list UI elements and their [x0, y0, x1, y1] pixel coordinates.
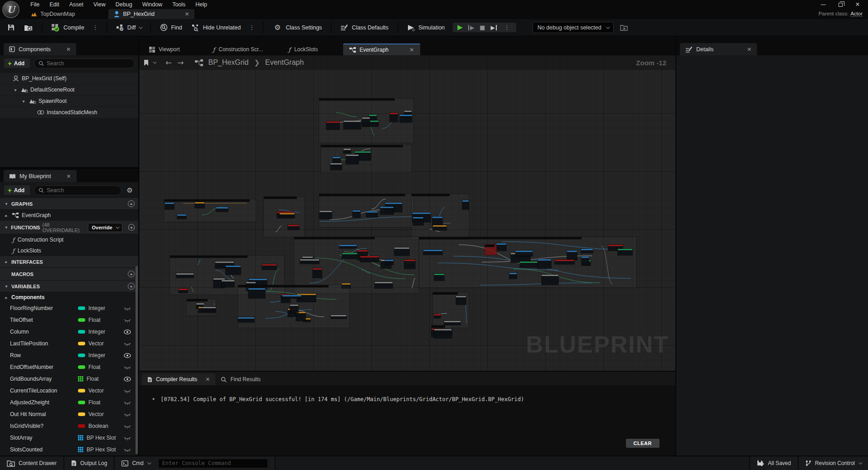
node-cluster[interactable] [433, 292, 469, 328]
tab-close-icon[interactable]: ✕ [720, 46, 752, 53]
tab-construction-script[interactable]: ƒ Construction Scr... [206, 44, 269, 55]
graph-canvas[interactable]: ← → BP_HexGrid ❯ EventGraph Zoom -12 BLU… [139, 55, 675, 371]
blueprint-node[interactable] [288, 225, 300, 230]
stop-icon[interactable]: ■ [480, 24, 485, 30]
blueprint-node[interactable] [360, 256, 379, 262]
add-component-button[interactable]: + Add [4, 58, 30, 68]
diff-button[interactable]: Diff [113, 22, 145, 33]
menu-help[interactable]: Help [190, 0, 212, 9]
components-search-input[interactable]: Search [34, 58, 135, 68]
tab-close-icon[interactable]: ✕ [201, 376, 210, 383]
blueprint-node[interactable] [434, 314, 441, 318]
hide-unrelated-options-icon[interactable]: ⋮ [247, 24, 257, 31]
blueprint-node[interactable] [423, 250, 442, 254]
blueprint-node[interactable] [282, 295, 301, 299]
revision-control-button[interactable]: Revision Control [798, 456, 868, 470]
blueprint-node[interactable] [496, 243, 506, 251]
variable-row[interactable]: TileOffsetFloat [0, 314, 138, 326]
node-cluster[interactable] [319, 194, 413, 227]
tab-eventgraph[interactable]: EventGraph ✕ [343, 44, 420, 55]
add-blueprint-item-button[interactable]: + Add [4, 185, 30, 195]
blueprint-node[interactable] [555, 260, 574, 264]
blueprint-node[interactable] [176, 273, 194, 278]
add-variable-icon[interactable]: + [128, 283, 135, 290]
blueprint-node[interactable] [280, 213, 294, 218]
variable-row[interactable]: ColumnInteger [0, 326, 138, 338]
blueprint-node[interactable] [456, 296, 466, 305]
component-tree-row[interactable]: ▾DefaultSceneRoot [0, 84, 138, 95]
variable-row[interactable]: IsGridVisible?Boolean [0, 420, 138, 432]
node-cluster[interactable] [164, 199, 257, 222]
eye-closed-icon[interactable] [124, 388, 131, 393]
tab-close-icon[interactable]: ✕ [54, 173, 71, 179]
blueprint-node[interactable] [362, 117, 369, 126]
blueprint-node[interactable] [320, 211, 331, 218]
blueprint-node[interactable] [238, 317, 254, 322]
blueprint-node[interactable] [380, 207, 393, 214]
browse-debug-button[interactable] [617, 23, 630, 33]
tab-close-icon[interactable]: ✕ [173, 11, 189, 17]
hide-unrelated-button[interactable]: Hide Unrelated [189, 22, 243, 33]
blueprint-node[interactable] [509, 273, 516, 279]
all-saved-button[interactable]: All Saved [749, 456, 798, 470]
blueprint-node[interactable] [444, 321, 461, 325]
tab-find-results[interactable]: Find Results [215, 373, 266, 385]
add-graph-icon[interactable]: + [128, 200, 135, 207]
eye-closed-icon[interactable] [124, 341, 131, 346]
section-variables[interactable]: ▾ VARIABLES + [0, 281, 138, 292]
blueprint-node[interactable] [216, 207, 228, 212]
blueprint-node[interactable] [290, 305, 298, 313]
blueprint-node[interactable] [296, 312, 306, 321]
item-construction-script[interactable]: ƒ Construction Script [0, 234, 138, 245]
blueprint-node[interactable] [390, 113, 398, 122]
class-defaults-button[interactable]: Class Defaults [338, 22, 391, 33]
blueprint-node[interactable] [353, 210, 360, 218]
blueprint-node[interactable] [313, 268, 322, 278]
blueprint-node[interactable] [404, 260, 415, 269]
blueprint-node[interactable] [344, 149, 351, 153]
breadcrumb-root[interactable]: BP_HexGrid [209, 58, 249, 67]
blueprint-node[interactable] [366, 211, 378, 218]
node-cluster[interactable] [321, 145, 412, 173]
blueprint-node[interactable] [339, 245, 357, 248]
tab-viewport[interactable]: Viewport [143, 44, 186, 55]
menu-view[interactable]: View [88, 0, 111, 9]
blueprint-node[interactable] [179, 289, 188, 293]
blueprint-node[interactable] [434, 329, 451, 338]
skip-to-end-icon[interactable]: ▶ [490, 25, 496, 30]
tab-components[interactable]: Components ✕ [4, 43, 76, 55]
blueprint-node[interactable] [385, 260, 393, 265]
blueprint-node[interactable] [195, 202, 204, 208]
blueprint-node[interactable] [582, 257, 589, 264]
menu-edit[interactable]: Edit [44, 0, 64, 9]
blueprint-node[interactable] [520, 262, 538, 267]
eye-closed-icon[interactable] [124, 447, 131, 452]
minimize-icon[interactable] [816, 0, 830, 9]
tab-lockslots-graph[interactable]: ƒ LockSlots [282, 44, 324, 55]
variable-row[interactable]: SlotsCountedBP Hex Slot [0, 444, 138, 455]
play-icon[interactable]: ▶ [457, 24, 463, 31]
forward-arrow-icon[interactable]: → [177, 58, 184, 67]
section-functions[interactable]: ▾ FUNCTIONS (48 OVERRIDABLE) Override + [0, 221, 138, 234]
browse-asset-button[interactable] [21, 22, 35, 33]
category-components[interactable]: ▸ Components [0, 292, 138, 302]
node-cluster[interactable] [419, 237, 636, 288]
blueprint-node[interactable] [581, 249, 592, 253]
section-interfaces[interactable]: ▸ INTERFACES [0, 256, 138, 268]
close-icon[interactable]: × [851, 0, 864, 9]
blueprint-node[interactable] [165, 203, 175, 209]
debug-object-dropdown[interactable]: No debug object selected [533, 22, 614, 33]
bookmark-icon[interactable] [144, 59, 149, 66]
blueprint-node[interactable] [375, 282, 393, 288]
eye-open-icon[interactable] [124, 353, 131, 358]
variable-row[interactable]: RowInteger [0, 349, 138, 361]
blueprint-node[interactable] [344, 121, 361, 129]
component-tree-row[interactable]: ▾SpawnRoot [0, 96, 138, 107]
eye-closed-icon[interactable] [124, 365, 131, 370]
add-macro-icon[interactable]: + [128, 271, 135, 277]
find-button[interactable]: Find [157, 22, 184, 33]
compile-options-icon[interactable]: ⋮ [91, 24, 100, 31]
blueprint-node[interactable] [222, 280, 234, 287]
blueprint-node[interactable] [618, 249, 632, 256]
eye-closed-icon[interactable] [124, 412, 131, 417]
